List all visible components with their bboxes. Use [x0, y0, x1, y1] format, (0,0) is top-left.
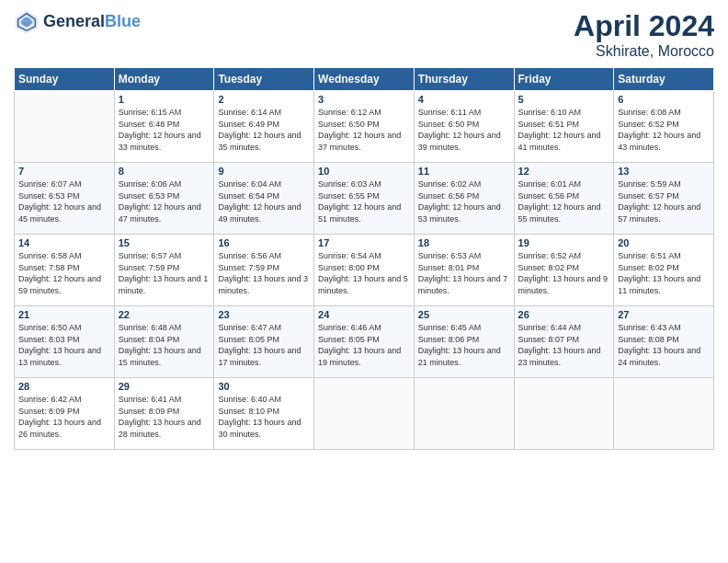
day-number: 4 — [418, 94, 510, 105]
day-number: 12 — [518, 166, 610, 177]
calendar-cell — [15, 91, 115, 163]
day-number: 26 — [518, 309, 610, 320]
calendar-cell: 1 Sunrise: 6:15 AM Sunset: 6:48 PM Dayli… — [114, 91, 214, 163]
daylight: Daylight: 12 hours and 49 minutes. — [218, 201, 310, 224]
daylight: Daylight: 13 hours and 15 minutes. — [119, 345, 210, 368]
sunrise: Sunrise: 6:11 AM — [418, 107, 510, 119]
day-number: 13 — [618, 166, 710, 177]
sunrise: Sunrise: 6:54 AM — [318, 250, 410, 262]
calendar-cell: 17 Sunrise: 6:54 AM Sunset: 8:00 PM Dayl… — [314, 235, 415, 306]
calendar-cell: 28 Sunrise: 6:42 AM Sunset: 8:09 PM Dayl… — [15, 378, 115, 450]
day-info: Sunrise: 6:47 AM Sunset: 8:05 PM Dayligh… — [218, 322, 310, 368]
day-number: 2 — [218, 94, 310, 105]
daylight: Daylight: 12 hours and 37 minutes. — [318, 130, 410, 153]
sunrise: Sunrise: 6:42 AM — [18, 394, 110, 406]
calendar-cell: 14 Sunrise: 6:58 AM Sunset: 7:58 PM Dayl… — [15, 235, 115, 306]
calendar-cell: 19 Sunrise: 6:52 AM Sunset: 8:02 PM Dayl… — [514, 235, 614, 306]
sunset: Sunset: 8:02 PM — [518, 262, 610, 274]
day-info: Sunrise: 6:42 AM Sunset: 8:09 PM Dayligh… — [18, 394, 110, 440]
daylight: Daylight: 13 hours and 26 minutes. — [18, 417, 110, 440]
daylight: Daylight: 12 hours and 51 minutes. — [318, 201, 410, 224]
sunrise: Sunrise: 6:03 AM — [318, 178, 410, 190]
daylight: Daylight: 12 hours and 45 minutes. — [18, 201, 110, 224]
sunrise: Sunrise: 6:41 AM — [119, 394, 210, 406]
day-number: 1 — [119, 94, 210, 105]
header: GeneralBlue April 2024 Skhirate, Morocco — [14, 9, 714, 60]
daylight: Daylight: 13 hours and 21 minutes. — [418, 345, 510, 368]
sunset: Sunset: 6:52 PM — [618, 119, 710, 131]
calendar-cell: 8 Sunrise: 6:06 AM Sunset: 6:53 PM Dayli… — [114, 163, 214, 235]
day-info: Sunrise: 6:46 AM Sunset: 8:05 PM Dayligh… — [318, 322, 410, 368]
sunset: Sunset: 6:57 PM — [618, 190, 710, 202]
day-info: Sunrise: 6:44 AM Sunset: 8:07 PM Dayligh… — [518, 322, 610, 368]
day-info: Sunrise: 6:10 AM Sunset: 6:51 PM Dayligh… — [518, 107, 610, 153]
calendar-week-1: 1 Sunrise: 6:15 AM Sunset: 6:48 PM Dayli… — [15, 91, 714, 163]
col-wednesday: Wednesday — [314, 68, 415, 91]
calendar-week-4: 21 Sunrise: 6:50 AM Sunset: 8:03 PM Dayl… — [15, 306, 714, 378]
sunset: Sunset: 6:49 PM — [218, 119, 310, 131]
sunset: Sunset: 8:03 PM — [18, 334, 110, 346]
daylight: Daylight: 13 hours and 23 minutes. — [518, 345, 610, 368]
month-title: April 2024 — [574, 9, 714, 43]
calendar-cell: 10 Sunrise: 6:03 AM Sunset: 6:55 PM Dayl… — [314, 163, 415, 235]
sunset: Sunset: 6:50 PM — [318, 119, 410, 131]
sunrise: Sunrise: 5:59 AM — [618, 178, 710, 190]
day-number: 9 — [218, 166, 310, 177]
day-info: Sunrise: 6:06 AM Sunset: 6:53 PM Dayligh… — [119, 178, 210, 224]
calendar-cell: 26 Sunrise: 6:44 AM Sunset: 8:07 PM Dayl… — [514, 306, 614, 378]
logo-icon — [14, 9, 40, 35]
sunrise: Sunrise: 6:57 AM — [119, 250, 210, 262]
day-info: Sunrise: 6:04 AM Sunset: 6:54 PM Dayligh… — [218, 178, 310, 224]
calendar-cell: 7 Sunrise: 6:07 AM Sunset: 6:53 PM Dayli… — [15, 163, 115, 235]
sunset: Sunset: 6:56 PM — [418, 190, 510, 202]
location: Skhirate, Morocco — [574, 43, 714, 60]
sunrise: Sunrise: 6:14 AM — [218, 107, 310, 119]
day-info: Sunrise: 6:58 AM Sunset: 7:58 PM Dayligh… — [18, 250, 110, 296]
calendar-cell — [514, 378, 614, 450]
daylight: Daylight: 12 hours and 57 minutes. — [618, 201, 710, 224]
day-number: 20 — [618, 237, 710, 248]
day-number: 23 — [218, 309, 310, 320]
daylight: Daylight: 12 hours and 35 minutes. — [218, 130, 310, 153]
day-info: Sunrise: 6:02 AM Sunset: 6:56 PM Dayligh… — [418, 178, 510, 224]
sunrise: Sunrise: 6:53 AM — [418, 250, 510, 262]
sunrise: Sunrise: 6:50 AM — [18, 322, 110, 334]
sunset: Sunset: 6:48 PM — [119, 119, 210, 131]
calendar-cell: 9 Sunrise: 6:04 AM Sunset: 6:54 PM Dayli… — [214, 163, 314, 235]
day-number: 21 — [18, 309, 110, 320]
calendar-cell: 29 Sunrise: 6:41 AM Sunset: 8:09 PM Dayl… — [114, 378, 214, 450]
col-monday: Monday — [114, 68, 214, 91]
calendar-cell: 2 Sunrise: 6:14 AM Sunset: 6:49 PM Dayli… — [214, 91, 314, 163]
daylight: Daylight: 13 hours and 5 minutes. — [318, 273, 410, 296]
calendar-cell: 18 Sunrise: 6:53 AM Sunset: 8:01 PM Dayl… — [414, 235, 514, 306]
header-row: Sunday Monday Tuesday Wednesday Thursday… — [15, 68, 714, 91]
day-info: Sunrise: 6:51 AM Sunset: 8:02 PM Dayligh… — [618, 250, 710, 296]
sunset: Sunset: 8:00 PM — [318, 262, 410, 274]
sunrise: Sunrise: 6:44 AM — [518, 322, 610, 334]
day-info: Sunrise: 6:14 AM Sunset: 6:49 PM Dayligh… — [218, 107, 310, 153]
daylight: Daylight: 13 hours and 19 minutes. — [318, 345, 410, 368]
day-info: Sunrise: 6:15 AM Sunset: 6:48 PM Dayligh… — [119, 107, 210, 153]
sunset: Sunset: 7:59 PM — [218, 262, 310, 274]
day-info: Sunrise: 6:03 AM Sunset: 6:55 PM Dayligh… — [318, 178, 410, 224]
calendar-cell: 4 Sunrise: 6:11 AM Sunset: 6:50 PM Dayli… — [414, 91, 514, 163]
day-number: 15 — [119, 237, 210, 248]
daylight: Daylight: 13 hours and 30 minutes. — [218, 417, 310, 440]
day-info: Sunrise: 6:01 AM Sunset: 6:56 PM Dayligh… — [518, 178, 610, 224]
daylight: Daylight: 13 hours and 9 minutes. — [518, 273, 610, 296]
day-number: 14 — [18, 237, 110, 248]
sunset: Sunset: 8:06 PM — [418, 334, 510, 346]
day-info: Sunrise: 6:48 AM Sunset: 8:04 PM Dayligh… — [119, 322, 210, 368]
sunset: Sunset: 8:05 PM — [318, 334, 410, 346]
day-info: Sunrise: 6:40 AM Sunset: 8:10 PM Dayligh… — [218, 394, 310, 440]
sunrise: Sunrise: 6:08 AM — [618, 107, 710, 119]
sunrise: Sunrise: 6:47 AM — [218, 322, 310, 334]
day-number: 10 — [318, 166, 410, 177]
calendar-cell: 16 Sunrise: 6:56 AM Sunset: 7:59 PM Dayl… — [214, 235, 314, 306]
calendar-week-3: 14 Sunrise: 6:58 AM Sunset: 7:58 PM Dayl… — [15, 235, 714, 306]
sunset: Sunset: 6:55 PM — [318, 190, 410, 202]
calendar-week-2: 7 Sunrise: 6:07 AM Sunset: 6:53 PM Dayli… — [15, 163, 714, 235]
daylight: Daylight: 12 hours and 53 minutes. — [418, 201, 510, 224]
sunrise: Sunrise: 6:15 AM — [119, 107, 210, 119]
sunset: Sunset: 6:54 PM — [218, 190, 310, 202]
